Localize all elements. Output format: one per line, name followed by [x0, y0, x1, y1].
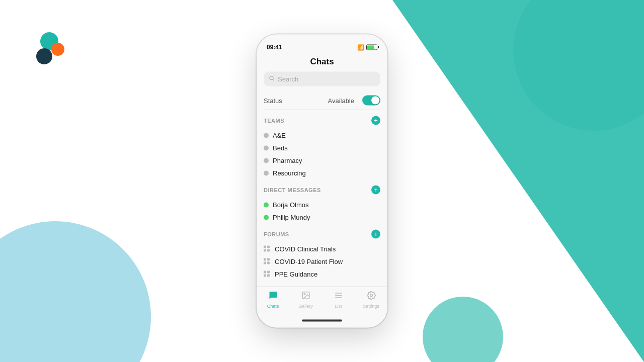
list-nav-icon [334, 291, 343, 303]
forum-ppe-icon [264, 270, 271, 278]
forum-covid-trials-label: COVID Clinical Trials [275, 245, 336, 253]
forum-covid-flow-label: COVID-19 Patient Flow [275, 258, 343, 265]
phone-mockup: 09:41 📶 Chats Search [257, 35, 387, 328]
svg-line-4 [273, 79, 274, 80]
phone-body: 09:41 📶 Chats Search [257, 35, 387, 328]
wifi-icon: 📶 [357, 44, 364, 50]
bg-circle-bottom-left [0, 221, 151, 362]
dm-borja-dot [264, 202, 269, 207]
bg-triangle-teal [392, 0, 644, 362]
gallery-nav-label: Gallery [298, 304, 313, 309]
forum-covid-trials-icon [264, 245, 271, 252]
status-label: Status [264, 97, 282, 104]
home-bar [302, 320, 342, 322]
teams-section-header: TEAMS + [264, 116, 380, 125]
battery-icon [366, 44, 377, 50]
forums-section: FORUMS + COVID Clinical Trials [264, 230, 380, 281]
nav-item-chats[interactable]: Chats [257, 291, 289, 309]
forum-covid-flow-icon [264, 258, 271, 265]
notch-area [257, 35, 387, 39]
status-icons: 📶 [357, 44, 377, 50]
status-row: Status Available [264, 92, 380, 110]
team-pharmacy-dot [264, 158, 269, 163]
teams-add-button[interactable]: + [371, 116, 380, 125]
team-item-beds[interactable]: Beds [264, 142, 380, 154]
status-toggle[interactable] [362, 96, 380, 106]
dm-section-header: DIRECT MESSAGES + [264, 186, 380, 195]
screen-content: Chats Search Status Available [257, 54, 387, 312]
status-available-label: Available [328, 97, 354, 104]
battery-fill [367, 45, 374, 49]
chats-nav-icon [269, 291, 278, 303]
nav-item-list[interactable]: List [322, 291, 355, 309]
forum-item-covid-flow[interactable]: COVID-19 Patient Flow [264, 255, 380, 268]
list-nav-label: List [335, 304, 342, 309]
forum-ppe-label: PPE Guidance [275, 270, 317, 278]
dm-item-philip[interactable]: Philip Mundy [264, 211, 380, 224]
settings-nav-label: Settings [363, 304, 379, 309]
dm-add-icon: + [374, 187, 378, 193]
team-item-resourcing[interactable]: Resourcing [264, 167, 380, 179]
forums-add-icon: + [374, 231, 378, 237]
team-beds-dot [264, 145, 269, 150]
team-item-ane[interactable]: A&E [264, 129, 380, 142]
bottom-nav: Chats Gallery [257, 287, 387, 312]
dm-philip-dot [264, 215, 269, 220]
search-bar[interactable]: Search [264, 72, 380, 86]
forums-section-title: FORUMS [264, 231, 289, 237]
forums-add-button[interactable]: + [371, 230, 380, 239]
toggle-knob [371, 97, 379, 105]
forum-item-covid-trials[interactable]: COVID Clinical Trials [264, 243, 380, 255]
dm-philip-label: Philip Mundy [273, 214, 310, 221]
screen-title: Chats [257, 54, 387, 72]
teams-section: TEAMS + A&E Beds Ph [264, 116, 380, 179]
chats-nav-label: Chats [267, 304, 279, 309]
team-item-pharmacy[interactable]: Pharmacy [264, 154, 380, 167]
search-placeholder-text: Search [278, 75, 298, 83]
nav-item-gallery[interactable]: Gallery [289, 291, 322, 309]
settings-nav-icon [367, 291, 376, 303]
scroll-content: Status Available TEAMS + [257, 92, 387, 287]
svg-point-3 [270, 76, 273, 80]
app-logo [30, 30, 70, 70]
dm-borja-label: Borja Olmos [273, 201, 309, 209]
home-indicator [257, 312, 387, 328]
team-ane-dot [264, 133, 269, 138]
teams-section-title: TEAMS [264, 118, 284, 124]
team-resourcing-dot [264, 170, 269, 175]
nav-item-settings[interactable]: Settings [355, 291, 387, 309]
team-ane-label: A&E [273, 132, 286, 139]
dm-item-borja[interactable]: Borja Olmos [264, 199, 380, 211]
status-bar: 09:41 📶 [257, 39, 387, 54]
team-beds-label: Beds [273, 144, 288, 152]
teams-add-icon: + [374, 117, 378, 124]
dm-add-button[interactable]: + [371, 186, 380, 195]
svg-point-10 [370, 294, 372, 297]
svg-point-6 [304, 294, 305, 295]
direct-messages-section: DIRECT MESSAGES + Borja Olmos Philip Mun… [264, 186, 380, 224]
svg-point-1 [51, 43, 64, 56]
gallery-nav-icon [301, 291, 310, 303]
team-resourcing-label: Resourcing [273, 169, 306, 177]
search-icon [269, 75, 275, 83]
forum-item-ppe[interactable]: PPE Guidance [264, 268, 380, 281]
dm-section-title: DIRECT MESSAGES [264, 187, 321, 193]
status-row-right: Available [328, 96, 380, 106]
status-time: 09:41 [267, 44, 282, 51]
forums-section-header: FORUMS + [264, 230, 380, 239]
team-pharmacy-label: Pharmacy [273, 157, 302, 164]
